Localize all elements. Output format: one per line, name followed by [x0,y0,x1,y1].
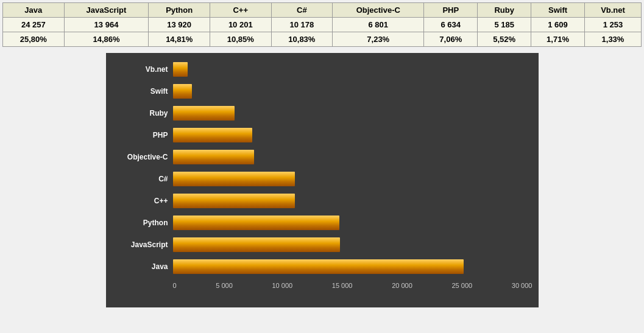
table-count-cell: 13 920 [149,18,210,32]
bar-fill [173,128,252,142]
bar-fill [173,150,255,164]
table-count-cell: 6 801 [333,18,424,32]
bar-label: C# [112,175,173,183]
table-count-cell: 5 185 [478,18,531,32]
table-count-cell: 10 201 [210,18,271,32]
table-header: Java [3,3,65,18]
table-percent-cell: 1,33% [584,32,641,47]
table-percent-cell: 14,86% [64,32,149,47]
bar-row: Vb.net [112,59,533,80]
bar-track [173,62,533,77]
x-tick-label: 0 [173,282,177,289]
table-percent-cell: 10,83% [271,32,333,47]
bar-fill [173,194,295,208]
table-count-cell: 1 253 [584,18,641,32]
table-percent-cell: 1,71% [531,32,585,47]
table-count-cell: 13 964 [64,18,149,32]
bar-label: Python [112,219,173,227]
table-header: C++ [210,3,271,18]
bar-row: PHP [112,125,533,145]
bar-row: Python [112,212,533,233]
table-header: Python [149,3,210,18]
bar-track [173,128,533,142]
bar-chart: Vb.netSwiftRubyPHPObjective-CC#C++Python… [106,53,539,307]
bar-track [173,194,533,208]
bar-track [173,237,533,252]
x-tick-label: 15 000 [332,282,353,289]
bar-row: Java [112,256,533,277]
bar-label: Swift [112,87,173,96]
bar-fill [173,259,464,274]
bar-label: PHP [112,131,173,139]
bar-label: Vb.net [112,65,173,74]
stats-table: JavaJavaScriptPythonC++C#Objective-CPHPR… [2,2,642,47]
bar-row: C++ [112,191,533,211]
table-percent-cell: 7,06% [424,32,478,47]
bar-row: JavaScript [112,234,533,255]
x-tick-label: 5 000 [216,282,233,289]
table-header: Objective-C [333,3,424,18]
table-percent-cell: 5,52% [478,32,531,47]
table-header: Swift [531,3,585,18]
bar-track [173,106,533,121]
x-tick-label: 30 000 [512,282,533,289]
bar-fill [173,237,341,252]
table-percent-cell: 7,23% [333,32,424,47]
table-percent-cell: 10,85% [210,32,271,47]
bar-row: Objective-C [112,147,533,167]
x-tick-label: 10 000 [272,282,293,289]
table-count-cell: 10 178 [271,18,333,32]
x-axis: 05 00010 00015 00020 00025 00030 000 [173,282,533,289]
bar-fill [173,62,188,77]
bar-track [173,216,533,230]
table-percent-cell: 25,80% [3,32,65,47]
table-header: C# [271,3,333,18]
x-tick-label: 20 000 [392,282,412,289]
table-header: JavaScript [64,3,149,18]
bar-track [173,259,533,274]
bar-track [173,150,533,164]
bar-label: Ruby [112,109,173,117]
bar-fill [173,216,340,230]
bar-track [173,172,533,186]
table-percent-cell: 14,81% [149,32,210,47]
bar-fill [173,84,193,99]
bar-fill [173,106,235,121]
x-tick-label: 25 000 [451,282,472,289]
table-count-cell: 24 257 [3,18,65,32]
bar-row: Swift [112,81,533,102]
table-count-cell: 6 634 [424,18,478,32]
bar-row: Ruby [112,103,533,124]
table-count-cell: 1 609 [531,18,585,32]
bar-label: JavaScript [112,240,173,249]
table-header: Ruby [478,3,531,18]
table-header: PHP [424,3,478,18]
bar-label: Java [112,262,173,271]
table-header: Vb.net [584,3,641,18]
bar-fill [173,172,295,186]
bar-label: C++ [112,197,173,205]
bar-row: C# [112,169,533,189]
bar-track [173,84,533,99]
bar-label: Objective-C [112,153,173,161]
